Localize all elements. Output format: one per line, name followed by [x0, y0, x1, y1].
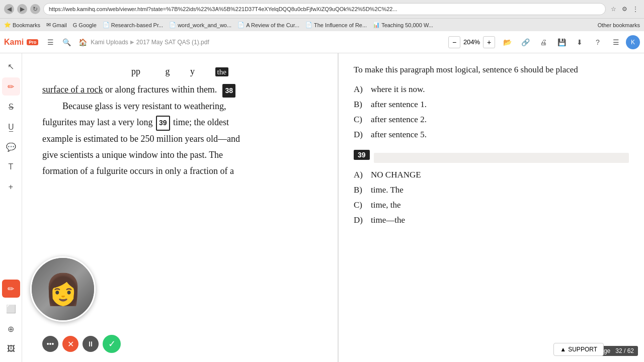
- kami-logo: Kami: [4, 38, 24, 47]
- q38-question-text: To make this paragraph most logical, sen…: [354, 63, 629, 76]
- breadcrumb: Kami Uploads ▶ 2017 May SAT QAS (1).pdf: [91, 39, 209, 46]
- q38-text-c: after sentence 2.: [371, 115, 427, 125]
- q39-option-d: D) time—the: [354, 215, 629, 225]
- bookmark-star-icon[interactable]: ☆: [609, 5, 618, 14]
- line4-text: example is estimated to be 250 million y…: [42, 131, 317, 147]
- extensions-icon[interactable]: ⚙: [620, 5, 629, 14]
- close-video-button[interactable]: ✕: [62, 336, 78, 352]
- pdf-right-page: To make this paragraph most logical, sen…: [339, 53, 644, 362]
- breadcrumb-file: 2017 May SAT QAS (1).pdf: [136, 39, 209, 46]
- pen-tool[interactable]: ✏: [2, 77, 20, 96]
- line3-post-text: time; the oldest: [171, 117, 229, 127]
- bookmark-word-work[interactable]: 📄 word_work_and_wo...: [169, 22, 231, 28]
- q39-label-a: A): [354, 170, 368, 180]
- confirm-button[interactable]: ✓: [103, 335, 121, 353]
- video-controls: ••• ✕ ⏸ ✓: [42, 335, 121, 353]
- line2-text: Because glass is very resistant to weath…: [42, 98, 317, 114]
- support-button[interactable]: ▲ SUPPORT: [553, 343, 604, 356]
- q38-option-b: B) after sentence 1.: [354, 100, 629, 110]
- breadcrumb-root[interactable]: Kami Uploads: [91, 39, 128, 46]
- settings-button[interactable]: ☰: [608, 34, 624, 50]
- q38-option-d: D) after sentence 5.: [354, 130, 629, 140]
- partial-top-text: pp g y the: [42, 63, 317, 79]
- q39-label-d: D): [354, 215, 368, 225]
- address-bar[interactable]: https://web.kamihq.com/web/viewer.html?s…: [43, 3, 606, 15]
- more-options-button[interactable]: •••: [42, 336, 58, 352]
- video-feed: 👩: [32, 258, 94, 320]
- bookmark-influence[interactable]: 📄 The Influence of Re...: [305, 22, 367, 28]
- select-tool[interactable]: ↖: [2, 57, 20, 75]
- q39-inline-badge: 39: [156, 116, 170, 130]
- kami-pro-badge: Pro: [27, 39, 38, 45]
- bookmark-research[interactable]: 📄 Research-based Pr...: [103, 22, 163, 28]
- content-area: pp g y the surface of a rock or along fr…: [22, 53, 644, 362]
- q38-label-b: B): [354, 100, 368, 110]
- line3-pre-text: fulgurites may last a very long: [42, 117, 155, 127]
- help-button[interactable]: ?: [590, 34, 606, 50]
- support-label: SUPPORT: [568, 346, 597, 353]
- text-tool[interactable]: T: [2, 158, 20, 176]
- bookmark-teaching[interactable]: 📊 Teaching 50,000 W...: [373, 22, 433, 28]
- q38-text-b: after sentence 1.: [371, 100, 427, 110]
- bookmark-review[interactable]: 📄 A Review of the Cur...: [237, 22, 299, 28]
- search-button[interactable]: 🔍: [58, 34, 74, 50]
- open-button[interactable]: 📂: [499, 34, 515, 50]
- q39-option-c: C) time, the: [354, 200, 629, 210]
- q39-text-c: time, the: [371, 200, 400, 210]
- page-current: 32: [615, 347, 622, 354]
- pdf-left-page: pp g y the surface of a rock or along fr…: [22, 53, 339, 362]
- bookmarks-bar: ⭐ Bookmarks ✉ Gmail G Google 📄 Research-…: [0, 18, 644, 31]
- q39-section: 39 A) NO CHANGE B) time. The C) time, th…: [354, 150, 629, 225]
- q39-text-a: NO CHANGE: [371, 170, 421, 180]
- save-button[interactable]: 💾: [553, 34, 570, 50]
- page-total: 62: [627, 347, 634, 354]
- q39-badge: 39: [354, 150, 370, 160]
- q39-header: 39: [354, 150, 629, 166]
- bookmark-bookmarks[interactable]: ⭐ Bookmarks: [4, 22, 40, 28]
- surface-of-rock-text: surface of a rock: [42, 84, 103, 95]
- q38-option-c: C) after sentence 2.: [354, 115, 629, 125]
- print-button[interactable]: 🖨: [535, 34, 551, 50]
- line1-post-text: or along fractures within them.: [105, 84, 217, 95]
- kami-toolbar: Kami Pro ☰ 🔍 🏠 Kami Uploads ▶ 2017 May S…: [0, 31, 644, 53]
- line5-text: give scientists a unique window into the…: [42, 147, 317, 163]
- q39-text-sample: [374, 153, 629, 163]
- expand-sidebar-button[interactable]: ☰: [42, 34, 58, 50]
- shape-tool[interactable]: ⬜: [2, 300, 20, 318]
- toolbar-right-actions: 📂 🔗 🖨 💾 ⬇ ? ☰ K: [499, 34, 640, 50]
- q39-text-b: time. The: [371, 185, 404, 195]
- strikethrough-tool[interactable]: S̶: [2, 98, 20, 116]
- share-button[interactable]: 🔗: [517, 34, 533, 50]
- menu-icon[interactable]: ⋮: [631, 5, 640, 14]
- image-tool[interactable]: 🖼: [2, 340, 20, 358]
- eraser-tool[interactable]: ✏: [2, 280, 20, 298]
- download-button[interactable]: ⬇: [572, 34, 588, 50]
- main-layout: ↖ ✏ S̶ U̲ 💬 T + ✏ ⬜ ⊕ 🖼 pp g y the surfa…: [0, 53, 644, 362]
- page-sep: /: [624, 347, 625, 354]
- back-button[interactable]: ◀: [4, 4, 14, 14]
- support-chevron-icon: ▲: [560, 346, 566, 353]
- stamp-tool[interactable]: ⊕: [2, 320, 20, 338]
- underline-tool[interactable]: U̲: [2, 118, 20, 136]
- q39-option-b: B) time. The: [354, 185, 629, 195]
- bookmark-gmail[interactable]: ✉ Gmail: [46, 22, 67, 28]
- add-tool[interactable]: +: [2, 178, 20, 196]
- zoom-in-button[interactable]: +: [483, 36, 495, 48]
- bookmark-google[interactable]: G Google: [73, 22, 97, 28]
- q38-label-d: D): [354, 130, 368, 140]
- breadcrumb-sep: ▶: [130, 39, 134, 45]
- q38-badge: 38: [222, 84, 235, 98]
- q39-label-c: C): [354, 200, 368, 210]
- pause-button[interactable]: ⏸: [83, 336, 99, 352]
- q38-label-a: A): [354, 84, 368, 95]
- forward-button[interactable]: ▶: [17, 4, 27, 14]
- address-text: https://web.kamihq.com/web/viewer.html?s…: [49, 6, 397, 12]
- zoom-out-button[interactable]: −: [448, 36, 460, 48]
- nav-icons: ☆ ⚙ ⋮: [609, 5, 640, 14]
- comment-tool[interactable]: 💬: [2, 138, 20, 156]
- avatar[interactable]: K: [626, 35, 640, 49]
- refresh-button[interactable]: ↻: [30, 4, 40, 14]
- q38-text-d: after sentence 5.: [371, 130, 427, 140]
- other-bookmarks[interactable]: Other bookmarks: [598, 22, 640, 28]
- video-overlay: 👩: [30, 256, 96, 322]
